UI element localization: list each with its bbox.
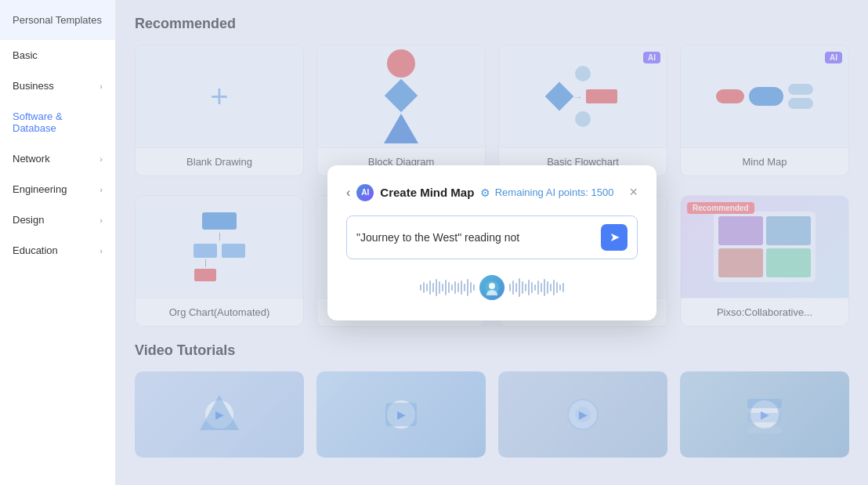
modal-send-button[interactable]: ➤	[601, 224, 627, 251]
sidebar-item-label: Software & Database	[13, 110, 103, 134]
sidebar-item-software-database[interactable]: Software & Database	[0, 101, 115, 143]
avatar-icon	[484, 280, 500, 295]
chevron-right-icon: ›	[99, 215, 103, 225]
chevron-right-icon: ›	[99, 185, 103, 194]
points-label: Remaining AI points: 1500	[495, 186, 614, 198]
sidebar: Personal Templates Basic Business › Soft…	[0, 0, 116, 485]
ai-icon: AI	[356, 184, 374, 201]
modal-header: ‹ AI Create Mind Map ⚙ Remaining AI poin…	[346, 184, 638, 201]
sidebar-item-network[interactable]: Network ›	[0, 143, 115, 174]
chevron-right-icon: ›	[99, 154, 103, 164]
chevron-right-icon: ›	[99, 246, 103, 255]
sidebar-item-label: Basic	[13, 49, 38, 61]
modal-points: ⚙ Remaining AI points: 1500	[480, 186, 614, 199]
modal-header-left: ‹ AI Create Mind Map	[346, 184, 474, 201]
sidebar-item-education[interactable]: Education ›	[0, 235, 115, 266]
sidebar-item-personal-templates[interactable]: Personal Templates	[0, 0, 115, 40]
sidebar-item-label: Design	[13, 214, 44, 226]
chevron-right-icon: ›	[99, 81, 103, 91]
modal-audio-row	[346, 272, 638, 302]
sidebar-item-label: Personal Templates	[13, 14, 102, 26]
audio-wave-right	[509, 278, 564, 297]
svg-point-8	[489, 283, 495, 289]
modal-overlay: ‹ AI Create Mind Map ⚙ Remaining AI poin…	[116, 0, 868, 485]
modal-back-button[interactable]: ‹	[346, 186, 350, 200]
create-mind-map-modal: ‹ AI Create Mind Map ⚙ Remaining AI poin…	[327, 165, 656, 320]
modal-input-row: ➤	[346, 215, 638, 259]
modal-close-button[interactable]: ×	[629, 184, 638, 201]
points-icon: ⚙	[480, 186, 490, 199]
modal-header-right: ⚙ Remaining AI points: 1500 ×	[480, 184, 638, 201]
sidebar-item-label: Education	[13, 244, 58, 256]
sidebar-item-label: Network	[13, 153, 50, 165]
send-icon: ➤	[609, 230, 620, 244]
sidebar-item-label: Engineering	[13, 183, 67, 195]
sidebar-item-business[interactable]: Business ›	[0, 71, 115, 101]
sidebar-item-label: Business	[13, 80, 54, 92]
sidebar-item-engineering[interactable]: Engineering ›	[0, 174, 115, 204]
sidebar-item-design[interactable]: Design ›	[0, 204, 115, 235]
audio-wave-left	[420, 279, 475, 296]
audio-avatar	[479, 275, 505, 300]
sidebar-item-basic[interactable]: Basic	[0, 40, 115, 71]
main-content: Recommended + Blank Drawing Block Diagra…	[116, 0, 868, 485]
modal-input[interactable]	[356, 231, 601, 244]
modal-title: Create Mind Map	[380, 186, 474, 199]
